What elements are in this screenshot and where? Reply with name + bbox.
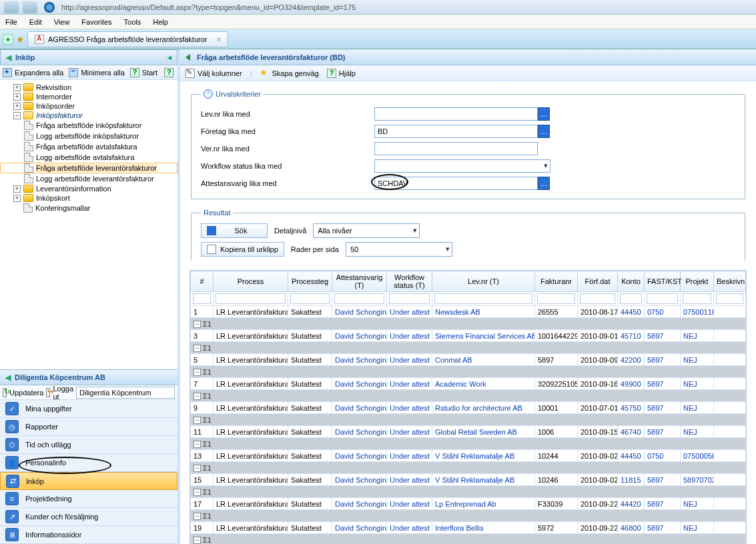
konto-link[interactable]: 42200: [621, 356, 641, 364]
wf-link[interactable]: Under attest: [390, 428, 430, 436]
att-link[interactable]: David Schongin: [335, 380, 386, 388]
toggle-icon[interactable]: +: [13, 84, 21, 91]
lev-link[interactable]: Global Retail Sweden AB: [435, 428, 517, 436]
lev-link[interactable]: Academic Work: [435, 380, 486, 388]
column-header[interactable]: Beskrivn: [714, 271, 746, 292]
table-row[interactable]: 1LR LeverantörsfakturaSakattestDavid Sch…: [191, 306, 746, 318]
criteria-input[interactable]: [374, 142, 538, 155]
menu-tools[interactable]: Tools: [124, 18, 141, 26]
att-link[interactable]: David Schongin: [335, 332, 386, 340]
toggle-icon[interactable]: −: [13, 112, 21, 119]
att-link[interactable]: David Schongin: [335, 404, 386, 412]
column-header[interactable]: Workflow status (T): [387, 271, 432, 292]
toggle-icon[interactable]: +: [13, 195, 21, 202]
pj-link[interactable]: NEJ: [683, 380, 697, 388]
nav-item[interactable]: ⏲Tid och utlägg: [0, 436, 177, 454]
wf-link[interactable]: Under attest: [390, 452, 430, 460]
table-row[interactable]: 15LR LeverantörsfakturaSakattestDavid Sc…: [191, 474, 746, 486]
criteria-input[interactable]: SCHDAV: [374, 177, 538, 190]
lev-link[interactable]: Rstudio for architecture AB: [435, 404, 522, 412]
menu-file[interactable]: File: [5, 18, 17, 26]
att-link[interactable]: David Schongin: [335, 476, 386, 484]
filter-input[interactable]: [683, 293, 711, 304]
konto-link[interactable]: 46800: [621, 524, 641, 532]
criteria-input[interactable]: BD: [374, 125, 538, 138]
wf-link[interactable]: Under attest: [390, 500, 430, 508]
fk-link[interactable]: 5897: [647, 500, 663, 508]
filter-input[interactable]: [216, 293, 286, 304]
collapse-row-icon[interactable]: −: [194, 465, 201, 472]
collapse-row-icon[interactable]: −: [194, 369, 201, 376]
wf-link[interactable]: Under attest: [390, 404, 430, 412]
toggle-icon[interactable]: +: [13, 93, 21, 101]
tree-folder[interactable]: +Internorder: [0, 92, 177, 101]
lev-link[interactable]: Newsdesk AB: [435, 308, 480, 316]
lev-link[interactable]: V Ståhl Reklamatalje AB: [435, 476, 514, 484]
filter-input[interactable]: [193, 293, 211, 304]
help-button[interactable]: Hjälp: [327, 69, 356, 78]
pj-link[interactable]: 0750011K: [683, 308, 714, 316]
lev-link[interactable]: Conmat AB: [435, 356, 472, 364]
column-header[interactable]: #: [191, 271, 214, 292]
konto-link[interactable]: 45750: [621, 404, 641, 412]
rows-select[interactable]: 50: [346, 242, 452, 257]
att-link[interactable]: David Schongin: [335, 452, 386, 460]
fk-link[interactable]: 5897: [647, 428, 663, 436]
column-header[interactable]: Förf.dat: [578, 271, 618, 292]
filter-input[interactable]: [716, 293, 743, 304]
wf-link[interactable]: Under attest: [390, 308, 430, 316]
pj-link[interactable]: NEJ: [683, 524, 697, 532]
collapse-row-icon[interactable]: −: [194, 513, 201, 520]
fk-link[interactable]: 5897: [647, 356, 663, 364]
att-link[interactable]: David Schongin: [335, 308, 386, 316]
filter-input[interactable]: [620, 293, 642, 304]
page-back-icon[interactable]: [185, 54, 190, 61]
collapse-row-icon[interactable]: −: [194, 417, 201, 424]
table-row[interactable]: 17LR LeverantörsfakturaSlutattestDavid S…: [191, 498, 746, 510]
url-bar[interactable]: http://agressoprod/agresso/Default.aspx?…: [61, 3, 356, 11]
column-header[interactable]: Processteg: [288, 271, 332, 292]
nav-fwd-button[interactable]: [23, 1, 37, 13]
att-link[interactable]: David Schongin: [335, 356, 386, 364]
nav-item[interactable]: 👤Personalinfo: [0, 454, 177, 472]
collapse-row-icon[interactable]: −: [194, 441, 201, 448]
tree-item[interactable]: Logg arbetsflöde avtalsfaktura: [0, 152, 177, 163]
lev-link[interactable]: V Ståhl Reklamatalje AB: [435, 452, 514, 460]
table-row[interactable]: 19LR LeverantörsfakturaSlutattestDavid S…: [191, 522, 746, 534]
expand-all-button[interactable]: Expandera alla: [3, 68, 63, 77]
pj-link[interactable]: NEJ: [683, 404, 697, 412]
column-header[interactable]: Attestansvarig (T): [332, 271, 387, 292]
help-icon[interactable]: [164, 68, 173, 77]
tree-item[interactable]: Konteringsmallar: [0, 203, 177, 213]
tree-folder[interactable]: +Inköpskort: [0, 193, 177, 203]
back-arrow-icon[interactable]: ◀: [6, 53, 11, 62]
nav-item[interactable]: ⇄Inköp: [0, 472, 177, 490]
fk-link[interactable]: 5897: [647, 380, 663, 388]
filter-input[interactable]: [647, 293, 678, 304]
fk-link[interactable]: 0750: [647, 452, 663, 460]
collapse-criteria-icon[interactable]: ˄: [204, 89, 213, 99]
criteria-select[interactable]: [374, 159, 550, 173]
table-row[interactable]: 11LR LeverantörsfakturaSakattestDavid Sc…: [191, 426, 746, 438]
konto-link[interactable]: 46740: [621, 428, 641, 436]
collapse-row-icon[interactable]: −: [194, 393, 201, 400]
tree-item[interactable]: Fråga arbetsflöde avtalsfaktura: [0, 141, 177, 152]
menu-favorites[interactable]: Favorites: [81, 18, 111, 26]
collapse-row-icon[interactable]: −: [194, 537, 201, 544]
column-header[interactable]: Fakturanr: [535, 271, 578, 292]
column-header[interactable]: Process: [214, 271, 288, 292]
lev-link[interactable]: Siemens Financial Services AB: [435, 332, 535, 340]
tree-folder[interactable]: −Inköpsfakturor: [0, 111, 177, 120]
tree-item[interactable]: Fråga arbetsflöde inköpsfakturor: [0, 120, 177, 131]
tree-item[interactable]: Logg arbetsflöde leverantörsfakturor: [0, 173, 177, 184]
browser-tab[interactable]: AGRESSO Fråga arbetsflöde leverantörsfak…: [27, 31, 228, 47]
lev-link[interactable]: Lp Entreprenad Ab: [435, 500, 496, 508]
nav-item[interactable]: ↗Kunder och försäljning: [0, 508, 177, 526]
logout-button[interactable]: Logga ut: [53, 385, 73, 401]
table-row[interactable]: 9LR LeverantörsfakturaSakattestDavid Sch…: [191, 402, 746, 414]
tree-item[interactable]: Logg arbetsflöde inköpsfakturor: [0, 131, 177, 141]
tree-folder[interactable]: +Leverantörsinformation: [0, 184, 177, 193]
table-row[interactable]: 7LR LeverantörsfakturaSlutattestDavid Sc…: [191, 378, 746, 390]
pj-link[interactable]: NEJ: [683, 332, 697, 340]
filter-input[interactable]: [334, 293, 384, 304]
